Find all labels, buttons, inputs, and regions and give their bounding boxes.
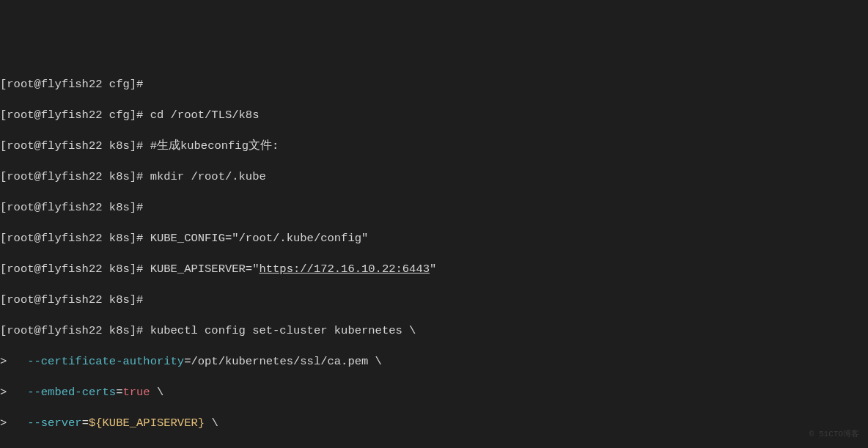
terminal-line: [root@flyfish22 k8s]# #生成kubeconfig文件:: [0, 139, 868, 154]
terminal-line: [root@flyfish22 k8s]# KUBE_APISERVER="ht…: [0, 262, 868, 277]
terminal-line: [root@flyfish22 cfg]# cd /root/TLS/k8s: [0, 108, 868, 123]
terminal-line: [root@flyfish22 k8s]# kubectl config set…: [0, 323, 868, 339]
terminal-line: [root@flyfish22 k8s]#: [0, 293, 868, 308]
watermark-text: © 51CTO博客: [809, 427, 859, 442]
terminal-line: [root@flyfish22 k8s]#: [0, 200, 868, 216]
terminal-line: > --certificate-authority=/opt/kubernete…: [0, 354, 868, 370]
terminal-line: > --server=${KUBE_APISERVER} \: [0, 416, 868, 431]
terminal-line: [root@flyfish22 cfg]#: [0, 77, 868, 92]
terminal-line: [root@flyfish22 k8s]# KUBE_CONFIG="/root…: [0, 231, 868, 246]
terminal-line: > --embed-certs=true \: [0, 385, 868, 400]
terminal-output[interactable]: [root@flyfish22 cfg]# [root@flyfish22 cf…: [0, 62, 868, 448]
terminal-line: [root@flyfish22 k8s]# mkdir /root/.kube: [0, 169, 868, 185]
